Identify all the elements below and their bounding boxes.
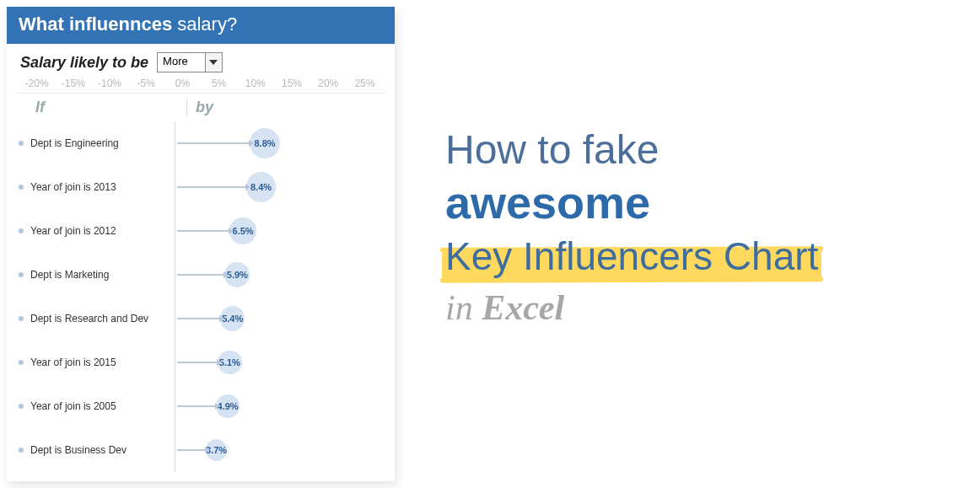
row-if-label: Dept is Business Dev [30, 444, 127, 456]
table-row: Dept is Business Dev3.7% [15, 428, 386, 472]
table-row: Year of join is 20126.5% [15, 209, 386, 253]
table-row: Year of join is 20138.4% [15, 165, 386, 209]
bullet-icon [19, 404, 24, 409]
panel-title: What influennces salary? [7, 7, 395, 44]
select-value: More [158, 53, 205, 72]
axis-tick: 0% [164, 78, 201, 89]
influencers-panel: What influennces salary? Salary likely t… [7, 7, 395, 481]
value-bubble: 8.4% [246, 172, 276, 201]
article-title: How to fake awesome Key Influencers Char… [395, 0, 818, 488]
title-in: in [445, 288, 482, 327]
bullet-icon [19, 185, 24, 190]
axis-tick: 5% [201, 78, 237, 89]
bar [177, 142, 253, 144]
x-axis: -20%-15%-10%-5%0%5%10%15%20%25% [7, 74, 395, 89]
subhead-label: Salary likely to be [20, 54, 148, 72]
bullet-icon [19, 141, 24, 146]
column-headers: If by [15, 93, 386, 121]
axis-tick: -15% [55, 78, 91, 89]
table-row: Dept is Engineering8.8% [15, 121, 386, 165]
axis-tick: -10% [91, 78, 127, 89]
axis-tick: 15% [273, 78, 310, 89]
subhead: Salary likely to be More [7, 44, 395, 74]
title-line-2: awesome [445, 176, 818, 228]
bullet-icon [19, 316, 24, 321]
value-bubble: 8.8% [250, 128, 280, 158]
chevron-down-icon [205, 53, 222, 72]
col-by: by [191, 99, 213, 116]
table-row: Dept is Marketing5.9% [15, 253, 386, 297]
axis-tick: -20% [19, 78, 55, 89]
row-if-label: Dept is Marketing [30, 269, 109, 281]
bar [177, 186, 250, 188]
bullet-icon [19, 448, 24, 453]
row-if-label: Dept is Engineering [30, 137, 119, 149]
row-if-label: Dept is Research and Dev [30, 313, 148, 324]
panel-title-light: salary? [177, 13, 237, 35]
bullet-icon [19, 272, 24, 277]
table-row: Dept is Research and Dev5.4% [15, 297, 386, 341]
axis-tick: -5% [128, 78, 164, 89]
bar [177, 449, 209, 451]
axis-tick: 20% [310, 78, 347, 89]
row-if-label: Year of join is 2005 [30, 400, 116, 412]
bullet-icon [19, 228, 24, 233]
direction-select[interactable]: More [157, 52, 223, 72]
title-excel: Excel [482, 288, 564, 327]
title-line-1: How to fake [445, 126, 818, 173]
row-if-label: Year of join is 2013 [30, 181, 116, 193]
bullet-icon [19, 360, 24, 365]
bar [177, 318, 223, 319]
axis-tick: 10% [237, 78, 273, 89]
bar [177, 274, 228, 276]
row-if-label: Year of join is 2015 [30, 357, 116, 368]
rows: Dept is Engineering8.8%Year of join is 2… [7, 121, 395, 481]
table-row: Year of join is 20054.9% [15, 384, 386, 428]
title-line-4: in Excel [445, 287, 818, 328]
bar [177, 230, 233, 232]
table-row: Year of join is 20155.1% [15, 341, 386, 384]
bar [177, 405, 219, 407]
axis-tick: 25% [347, 78, 383, 89]
panel-title-bold: What influennces [19, 13, 172, 35]
row-if-label: Year of join is 2012 [30, 225, 116, 237]
col-if: If [27, 99, 183, 116]
bar [177, 362, 221, 363]
title-line-3: Key Influencers Chart [445, 233, 818, 279]
